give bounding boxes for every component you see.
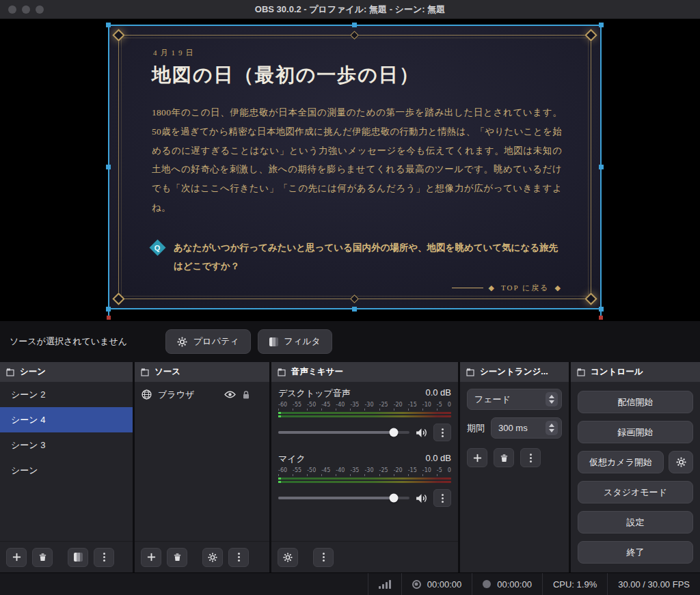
dock-icon [6, 368, 14, 376]
sources-dock: ソース ブラウザ [135, 362, 269, 572]
source-properties-button[interactable] [202, 548, 223, 567]
studio-mode-button[interactable]: スタジオモード [578, 481, 693, 503]
lock-icon[interactable] [242, 390, 250, 400]
duration-value: 300 ms [498, 423, 528, 433]
visibility-eye-icon[interactable] [224, 391, 236, 398]
virtualcam-settings-button[interactable] [669, 451, 693, 473]
scale-label: -20 [394, 467, 403, 473]
recording-time: 00:00:00 [427, 579, 462, 590]
top-link-diamond: ◆ [555, 283, 562, 292]
gear-icon [208, 553, 217, 562]
controls-panel: 配信開始 録画開始 仮想カメラ開始 スタジオモード 設定 終了 [571, 382, 700, 572]
remove-transition-button[interactable] [494, 448, 514, 467]
sources-dock-header[interactable]: ソース [135, 362, 269, 382]
start-virtualcam-button[interactable]: 仮想カメラ開始 [578, 451, 664, 473]
remove-source-button[interactable] [167, 548, 187, 567]
mixer-menu-button[interactable] [313, 548, 334, 567]
selected-source-bounds[interactable]: 4月19日 地図の日（最初の一歩の日） 1800年のこの日、伊能忠敬が日本全国の… [108, 25, 602, 309]
selection-handle[interactable] [599, 23, 604, 27]
scale-label: -10 [422, 467, 431, 473]
kebab-menu-icon [238, 556, 240, 558]
transitions-dock: シーントランジ... フェード 期間 300 ms [460, 362, 569, 572]
gear-icon [283, 553, 293, 562]
selection-handle[interactable] [106, 23, 111, 27]
add-transition-button[interactable] [467, 448, 487, 467]
controls-dock-header[interactable]: コントロール [571, 362, 700, 382]
advanced-audio-button[interactable] [278, 548, 298, 567]
mixer-dock-header[interactable]: 音声ミキサー [271, 362, 458, 382]
filters-button[interactable]: フィルタ [258, 329, 332, 354]
channel-menu-button[interactable] [433, 489, 451, 507]
scale-label: -10 [422, 402, 431, 408]
select-arrows-icon[interactable] [546, 392, 558, 406]
scale-label: 0 [448, 467, 451, 473]
scale-label: -25 [379, 402, 388, 408]
top-link-diamond: ◆ [489, 283, 496, 292]
scenes-dock-title: シーン [20, 366, 46, 378]
settings-button[interactable]: 設定 [578, 511, 693, 534]
add-source-button[interactable] [141, 548, 161, 567]
scene-item-selected[interactable]: シーン 4 [0, 407, 133, 432]
dock-icon [278, 368, 286, 376]
source-item[interactable]: ブラウザ [135, 382, 269, 407]
speaker-icon[interactable] [416, 493, 427, 503]
remove-scene-button[interactable] [32, 548, 53, 567]
transition-properties-button[interactable] [520, 448, 541, 467]
scene-item[interactable]: シーン [0, 458, 133, 483]
properties-button[interactable]: プロパティ [165, 329, 251, 354]
channel-level-db: 0.0 dB [425, 453, 451, 465]
duration-label: 期間 [467, 422, 485, 434]
start-recording-button[interactable]: 録画開始 [578, 421, 693, 443]
scene-item[interactable]: シーン 2 [0, 382, 133, 407]
gear-icon [177, 337, 187, 347]
selection-edge-endpoint[interactable] [599, 316, 603, 320]
volume-slider[interactable] [278, 431, 409, 434]
card-question-text: あなたがいつか行ってみたいと思っている国内外の場所や、地図を眺めていて気になる旅… [174, 238, 561, 275]
scale-label: -45 [321, 467, 330, 473]
exit-button[interactable]: 終了 [578, 541, 693, 564]
minimize-window-button[interactable] [22, 5, 30, 14]
transitions-dock-header[interactable]: シーントランジ... [460, 362, 569, 382]
selection-handle[interactable] [352, 307, 357, 312]
signal-bars-icon [379, 579, 391, 589]
close-window-button[interactable] [8, 5, 16, 14]
selection-handle[interactable] [599, 165, 604, 169]
add-scene-button[interactable] [6, 548, 27, 567]
selection-handle[interactable] [599, 307, 604, 312]
preview-canvas[interactable]: 4月19日 地図の日（最初の一歩の日） 1800年のこの日、伊能忠敬が日本全国の… [0, 19, 700, 321]
sources-menu-button[interactable] [228, 548, 249, 567]
channel-menu-button[interactable] [433, 424, 451, 441]
selection-handle[interactable] [352, 23, 357, 27]
volume-slider-handle[interactable] [389, 494, 398, 503]
zoom-window-button[interactable] [36, 5, 44, 14]
mixer-dock-title: 音声ミキサー [291, 366, 343, 378]
selection-handle[interactable] [106, 165, 111, 169]
back-to-top-link: ◆ TOP に戻る ◆ [452, 283, 562, 293]
scenes-dock-header[interactable]: シーン [0, 362, 133, 382]
volume-slider-handle[interactable] [389, 428, 398, 437]
speaker-icon[interactable] [416, 428, 427, 438]
selection-edge-endpoint[interactable] [107, 316, 111, 320]
card-date: 4月19日 [153, 48, 197, 58]
transition-select[interactable]: フェード [467, 389, 562, 410]
transition-select-value: フェード [474, 393, 511, 406]
filters-button-label: フィルタ [284, 335, 321, 348]
start-streaming-button[interactable]: 配信開始 [578, 391, 693, 413]
channel-name: デスクトップ音声 [278, 387, 351, 400]
scene-filters-button[interactable] [68, 548, 88, 567]
recording-status: 00:00:00 [401, 573, 472, 595]
chevron-down-icon [549, 400, 554, 404]
kebab-menu-icon [442, 432, 444, 434]
trash-icon [38, 553, 47, 562]
plus-icon [147, 553, 156, 562]
selection-handle[interactable] [106, 307, 111, 312]
duration-spinbox[interactable]: 300 ms [491, 417, 562, 439]
chevron-up-icon [549, 424, 554, 427]
scene-item[interactable]: シーン 3 [0, 432, 133, 458]
browser-source-icon [142, 389, 152, 400]
scene-item-label: シーン 4 [11, 414, 45, 426]
spinner-arrows-icon[interactable] [546, 421, 558, 435]
scenes-menu-button[interactable] [94, 548, 114, 567]
volume-slider[interactable] [278, 497, 409, 499]
volume-meter [278, 481, 451, 483]
